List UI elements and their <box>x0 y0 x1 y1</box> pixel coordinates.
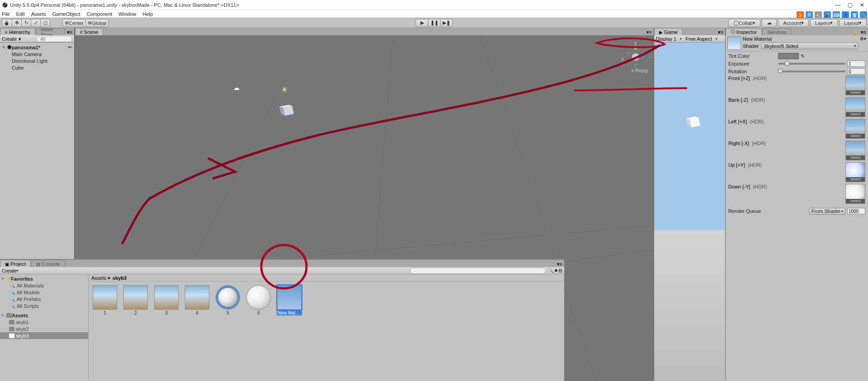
hierarchy-tab[interactable]: ≡ Hierarchy <box>0 28 35 35</box>
project-tab[interactable]: ▣ Project <box>0 260 31 267</box>
layers-dropdown[interactable]: Layers ▾ <box>810 19 838 27</box>
scene-tab-menu[interactable]: ▾≡ <box>645 29 654 35</box>
ime-skin-icon[interactable]: 👕 <box>851 11 858 19</box>
exposure-field[interactable] <box>847 61 865 67</box>
fav-all-models[interactable]: 🔍All Models <box>0 289 88 296</box>
move-tool[interactable]: ✥ <box>12 19 22 27</box>
render-queue-mode[interactable]: From Shader <box>809 208 845 215</box>
asset-item-1[interactable]: 1 <box>92 285 118 315</box>
cube-mesh[interactable] <box>278 103 297 121</box>
display-dropdown[interactable]: Display 1 <box>656 36 676 42</box>
ime-voice-icon[interactable]: 🎤 <box>824 11 831 19</box>
close-button[interactable]: ✕ <box>860 2 864 8</box>
game-tab[interactable]: ▶ Game <box>654 28 683 35</box>
tex-thumb-0[interactable] <box>845 75 865 95</box>
asset-item-2[interactable]: 2 <box>123 285 148 315</box>
persp-label[interactable]: ≡ Persp <box>632 68 648 73</box>
favorites-header[interactable]: ▾★ Favorites <box>0 275 88 282</box>
exposure-slider[interactable] <box>778 63 845 65</box>
pivot-center[interactable]: ⊕ Center <box>62 19 86 27</box>
services-tab[interactable]: Services <box>762 28 791 35</box>
menu-assets[interactable]: Assets <box>31 11 46 17</box>
search-by-type-icon[interactable]: 🔍 <box>547 268 554 273</box>
folder-skyb2[interactable]: skyb2 <box>0 325 88 332</box>
rect-tool[interactable]: ◻ <box>40 19 50 27</box>
pivot-global[interactable]: ⊕ Global <box>85 19 108 27</box>
tex-thumb-2[interactable] <box>845 119 865 139</box>
render-queue-value[interactable] <box>847 208 865 214</box>
asset-item-New Materi...[interactable]: New Materi... <box>277 285 302 315</box>
eyedropper-icon[interactable]: ✎ <box>801 53 805 59</box>
gameobject-cube[interactable]: Cube <box>0 64 74 71</box>
game-tab-menu[interactable]: ▾≡ <box>716 29 725 35</box>
fav-all-materials[interactable]: 🔍All Materials <box>0 282 88 289</box>
rotation-field[interactable] <box>847 68 865 75</box>
maximize-button[interactable]: ▢ <box>848 2 853 8</box>
asset-store-tab[interactable]: Asset Store <box>36 28 65 35</box>
assets-header[interactable]: ▾ Assets <box>0 312 88 319</box>
scene-tab[interactable]: # Scene <box>75 28 103 35</box>
project-create[interactable]: Create <box>2 268 17 273</box>
shader-dropdown[interactable]: Skybox/6 Sided <box>761 42 858 49</box>
fav-all-prefabs[interactable]: 🔍All Prefabs <box>0 296 88 302</box>
folder-skyb1[interactable]: skyb1 <box>0 319 88 325</box>
gameobject-main-camera[interactable]: Main Camera <box>0 51 74 57</box>
menu-file[interactable]: File <box>2 11 10 17</box>
material-settings-icon[interactable]: ⚙▾ <box>860 36 866 41</box>
collab-dropdown[interactable]: ◯ Collab ▾ <box>728 19 760 27</box>
menu-gameobject[interactable]: GameObject <box>52 11 80 17</box>
menu-help[interactable]: Help <box>142 11 153 17</box>
ime-punct-icon[interactable]: •, <box>815 11 822 19</box>
tex-thumb-1[interactable] <box>845 97 865 117</box>
tab-menu-icon[interactable]: ▾≡ <box>65 29 74 35</box>
play-button[interactable]: ▶ <box>416 19 429 27</box>
account-dropdown[interactable]: Account ▾ <box>778 19 809 27</box>
menu-component[interactable]: Component <box>86 11 112 17</box>
tint-color-field[interactable] <box>778 53 799 59</box>
hierarchy-toolbar: Create▾ <box>0 35 74 42</box>
pause-button[interactable]: ❚❚ <box>428 19 441 27</box>
rotate-tool[interactable]: ↻ <box>21 19 31 27</box>
minimize-button[interactable]: — <box>835 2 840 8</box>
tex-thumb-5[interactable] <box>845 184 865 204</box>
asset-item-3[interactable]: 3 <box>154 285 179 315</box>
menu-edit[interactable]: Edit <box>16 11 25 17</box>
search-by-label-icon[interactable]: ★ <box>554 268 558 273</box>
project-search[interactable] <box>410 268 546 274</box>
asset-item-6[interactable]: 6 <box>246 285 271 315</box>
hierarchy-search[interactable] <box>36 36 72 42</box>
material-preview[interactable] <box>727 36 741 50</box>
tex-hdr-label: (HDR) <box>753 184 767 189</box>
scale-tool[interactable]: ⤢ <box>31 19 41 27</box>
tex-thumb-4[interactable] <box>845 162 865 182</box>
breadcrumb-assets[interactable]: Assets <box>91 275 106 281</box>
ime-keyboard-icon[interactable]: ⌨ <box>833 11 840 19</box>
ime-logo-icon[interactable]: S <box>797 11 804 19</box>
project-tab-menu[interactable]: ▾≡ <box>555 261 564 267</box>
ime-settings-icon[interactable]: 🔧 <box>860 11 867 19</box>
aspect-dropdown[interactable]: Free Aspect <box>685 36 712 42</box>
hand-tool[interactable] <box>2 19 12 27</box>
fav-all-scripts[interactable]: 🔍All Scripts <box>0 302 88 309</box>
scene-row[interactable]: ▾⬢ panorama1*▾≡ <box>0 44 74 51</box>
ime-person-icon[interactable]: 👤 <box>842 11 849 19</box>
gameobject-directional-light[interactable]: Directional Light <box>0 57 74 64</box>
texture-slot-4: Up [+Y] (HDR) <box>728 162 865 182</box>
save-search-icon[interactable]: ⊟ <box>558 268 562 273</box>
ime-lang-icon[interactable]: 英 <box>806 11 813 19</box>
console-tab[interactable]: ▤ Console <box>31 260 65 267</box>
inspector-tab[interactable]: ⓘ Inspector <box>726 28 762 35</box>
inspector-tab-menu[interactable]: ▾≡ <box>859 29 868 35</box>
asset-item-5[interactable]: 5 <box>215 285 241 315</box>
menu-window[interactable]: Window <box>118 11 136 17</box>
folder-skyb3[interactable]: skyb3 <box>0 332 88 339</box>
asset-item-4[interactable]: 4 <box>184 285 210 315</box>
breadcrumb-folder[interactable]: skyb3 <box>113 275 127 281</box>
tex-thumb-3[interactable] <box>845 141 865 160</box>
rotation-slider[interactable] <box>778 71 845 72</box>
inspector-lock-icon[interactable]: 🔒 <box>852 31 859 35</box>
layout-dropdown[interactable]: Layout ▾ <box>839 19 867 27</box>
hierarchy-create[interactable]: Create <box>2 36 17 42</box>
step-button[interactable]: ▶❚ <box>440 19 453 27</box>
cloud-button[interactable]: ☁ <box>762 19 777 27</box>
